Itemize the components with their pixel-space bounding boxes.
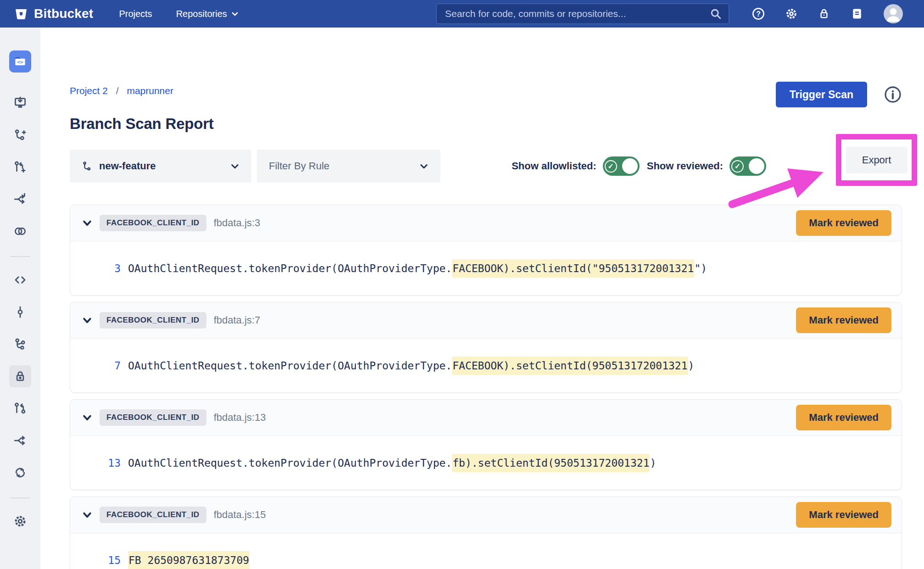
branch-icon: [82, 161, 93, 172]
code-line-number: 13: [70, 457, 121, 469]
breadcrumb-project-link[interactable]: Project 2: [70, 85, 108, 96]
finding-location: fbdata.js:13: [214, 412, 266, 424]
code-line-number: 3: [70, 262, 121, 274]
branches-icon[interactable]: [9, 333, 31, 355]
brand-name: Bitbucket: [34, 6, 93, 21]
sidebar-divider: [10, 256, 30, 257]
create-branch-icon[interactable]: [9, 124, 31, 146]
export-highlight-box: Export: [836, 134, 917, 186]
breadcrumb-repo-link[interactable]: maprunner: [127, 85, 173, 96]
finding-code-row: 13 OAuthClientRequest.tokenProvider(OAut…: [70, 435, 902, 490]
finding-location: fbdata.js:3: [214, 217, 261, 229]
avatar[interactable]: [884, 4, 903, 23]
fork-plus-icon[interactable]: [9, 188, 31, 210]
finding-location: fbdata.js:15: [214, 509, 266, 521]
mark-reviewed-button[interactable]: Mark reviewed: [796, 502, 891, 528]
branch-selector-value: new-feature: [99, 160, 230, 172]
chevron-down-icon[interactable]: [82, 413, 92, 423]
svg-text:?: ?: [756, 10, 761, 18]
trigger-scan-button[interactable]: Trigger Scan: [776, 82, 867, 107]
mark-reviewed-button[interactable]: Mark reviewed: [796, 210, 891, 236]
check-icon: ✓: [731, 160, 744, 173]
svg-text:<>: <>: [17, 59, 23, 65]
rule-badge: FACEBOOK_CLIENT_ID: [100, 409, 206, 426]
branch-selector[interactable]: new-feature: [70, 150, 251, 183]
breadcrumb: Project 2 / maprunner: [70, 84, 214, 97]
compare-icon[interactable]: [9, 220, 31, 242]
finding-card: FACEBOOK_CLIENT_ID fbdata.js:13 Mark rev…: [70, 399, 902, 490]
builds-icon[interactable]: [9, 462, 31, 484]
security-lock-icon[interactable]: [9, 365, 31, 387]
findings-list: FACEBOOK_CLIENT_ID fbdata.js:3 Mark revi…: [70, 205, 902, 569]
finding-code-row: 3 OAuthClientRequest.tokenProvider(OAuth…: [70, 241, 902, 295]
secret-highlight: FACEBOOK).setClientId("950513172001321: [452, 259, 694, 278]
secret-highlight: FACEBOOK).setClientId(950513172001321: [452, 357, 688, 375]
source-code-icon[interactable]: [9, 269, 31, 291]
finding-header[interactable]: FACEBOOK_CLIENT_ID fbdata.js:13 Mark rev…: [70, 400, 902, 435]
top-navigation: Bitbucket Projects Repositories ?: [0, 0, 924, 28]
page-title: Branch Scan Report: [70, 115, 214, 133]
info-icon[interactable]: [884, 85, 902, 104]
check-icon: ✓: [605, 160, 617, 173]
show-allowlisted-toggle[interactable]: ✓: [603, 156, 640, 176]
repository-avatar[interactable]: <>: [9, 50, 31, 73]
finding-card: FACEBOOK_CLIENT_ID fbdata.js:3 Mark revi…: [70, 205, 902, 296]
show-allowlisted-label: Show allowlisted:: [512, 160, 596, 172]
pull-requests-icon[interactable]: [9, 397, 31, 419]
chevron-down-icon[interactable]: [82, 218, 92, 228]
search-input[interactable]: [445, 8, 709, 19]
rule-filter-selector[interactable]: Filter By Rule: [257, 150, 440, 183]
global-search[interactable]: [436, 3, 729, 24]
code-line: OAuthClientRequest.tokenProvider(OAuthPr…: [128, 360, 694, 372]
rule-badge: FACEBOOK_CLIENT_ID: [100, 507, 206, 523]
rule-filter-placeholder: Filter By Rule: [269, 160, 419, 172]
code-pre: OAuthClientRequest.tokenProvider(OAuthPr…: [128, 262, 452, 274]
toggle-knob: [749, 158, 764, 174]
create-pull-request-icon[interactable]: [9, 156, 31, 178]
sidebar-divider: [10, 497, 30, 498]
show-reviewed-label: Show reviewed:: [647, 160, 723, 172]
code-line: FB 2650987631873709: [128, 554, 250, 566]
gear-icon[interactable]: [785, 7, 798, 21]
finding-code-row: 15 FB 2650987631873709: [70, 533, 902, 569]
chevron-down-icon: [230, 162, 239, 171]
secret-highlight: fb).setClientId(950513172001321: [452, 454, 650, 472]
breadcrumb-separator: /: [116, 85, 119, 96]
chevron-down-icon: [231, 10, 239, 17]
export-button[interactable]: Export: [846, 147, 907, 173]
finding-location: fbdata.js:7: [214, 314, 261, 326]
bitbucket-brand[interactable]: Bitbucket: [14, 6, 93, 21]
chevron-down-icon[interactable]: [82, 510, 92, 520]
code-post: "): [694, 262, 707, 274]
nav-item-projects[interactable]: Projects: [119, 9, 152, 19]
nav-item-repositories[interactable]: Repositories: [176, 9, 239, 19]
clone-icon[interactable]: [9, 92, 31, 114]
settings-icon[interactable]: [9, 510, 31, 532]
mark-reviewed-button[interactable]: Mark reviewed: [796, 405, 891, 430]
mark-reviewed-button[interactable]: Mark reviewed: [796, 307, 891, 333]
feedback-icon[interactable]: [851, 7, 864, 21]
code-post: ): [650, 457, 656, 469]
search-icon[interactable]: [709, 7, 722, 20]
bitbucket-logo-icon: [14, 6, 28, 21]
finding-header[interactable]: FACEBOOK_CLIENT_ID fbdata.js:15 Mark rev…: [70, 497, 902, 533]
main-content: Project 2 / maprunner Branch Scan Report…: [40, 28, 924, 569]
chevron-down-icon: [419, 162, 429, 171]
rule-badge: FACEBOOK_CLIENT_ID: [100, 215, 206, 231]
forks-icon[interactable]: [9, 430, 31, 452]
sidebar: <>: [0, 28, 40, 569]
finding-code-row: 7 OAuthClientRequest.tokenProvider(OAuth…: [70, 338, 902, 392]
rule-badge: FACEBOOK_CLIENT_ID: [100, 312, 206, 329]
code-line: OAuthClientRequest.tokenProvider(OAuthPr…: [128, 262, 707, 274]
show-reviewed-toggle[interactable]: ✓: [729, 156, 766, 176]
chevron-down-icon[interactable]: [82, 315, 92, 325]
commits-icon[interactable]: [9, 301, 31, 323]
finding-header[interactable]: FACEBOOK_CLIENT_ID fbdata.js:7 Mark revi…: [70, 302, 902, 338]
finding-header[interactable]: FACEBOOK_CLIENT_ID fbdata.js:3 Mark revi…: [70, 205, 902, 241]
help-icon[interactable]: ?: [751, 7, 765, 21]
lock-icon[interactable]: [818, 7, 831, 21]
code-post: ): [688, 360, 695, 372]
code-line: OAuthClientRequest.tokenProvider(OAuthPr…: [128, 457, 656, 469]
finding-card: FACEBOOK_CLIENT_ID fbdata.js:15 Mark rev…: [70, 496, 902, 569]
code-line-number: 7: [70, 360, 121, 372]
